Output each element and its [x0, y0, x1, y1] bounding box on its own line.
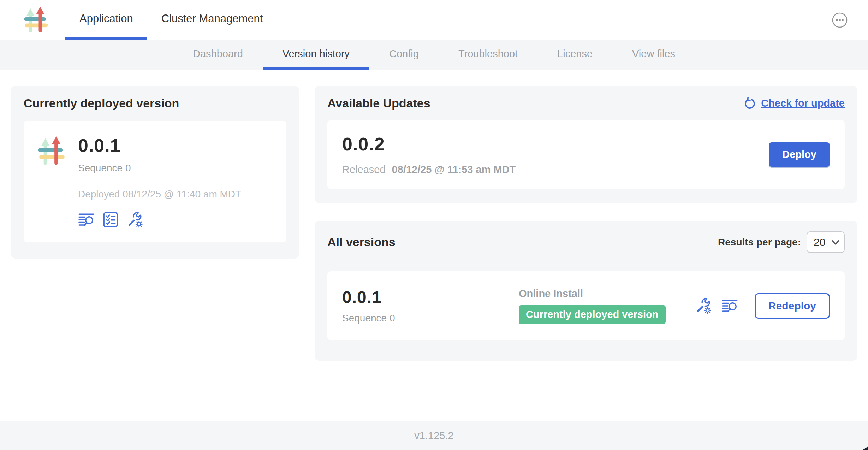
tab-application[interactable]: Application: [65, 0, 147, 40]
header-tabs: Application Cluster Management: [65, 0, 277, 40]
app-logo-arrows-icon: [22, 5, 50, 35]
available-update-row: 0.0.2 Released 08/12/25 @ 11:53 am MDT D…: [327, 120, 845, 189]
deployed-version-actions: [78, 211, 241, 228]
release-notes-icon[interactable]: [78, 211, 95, 228]
status-badge: Currently deployed version: [519, 305, 666, 324]
results-per-page-label: Results per page:: [718, 237, 801, 248]
release-notes-icon[interactable]: [721, 297, 738, 314]
edit-config-icon[interactable]: [126, 211, 143, 228]
subnav-item-version-history[interactable]: Version history: [263, 40, 369, 70]
subnav-item-license[interactable]: License: [537, 40, 612, 70]
update-released-line: Released 08/12/25 @ 11:53 am MDT: [342, 164, 516, 176]
all-versions-title: All versions: [327, 235, 396, 249]
subnav-view-files-label: View files: [632, 48, 675, 60]
console-footer: v1.125.2: [0, 421, 868, 450]
deployed-sequence: Sequence 0: [78, 162, 241, 174]
row-actions: Redeploy: [695, 293, 830, 319]
subnav-license-label: License: [557, 48, 593, 60]
version-row: 0.0.1 Sequence 0 Online Install Currentl…: [327, 271, 845, 340]
ellipsis-circle-icon: [831, 12, 848, 29]
console-version: v1.125.2: [414, 430, 453, 442]
install-type-label: Online Install: [519, 288, 695, 300]
check-for-update-label: Check for update: [761, 97, 845, 109]
redeploy-button[interactable]: Redeploy: [755, 293, 830, 319]
currently-deployed-card: Currently deployed version 0.0.1 Sequenc…: [11, 86, 299, 259]
header-spacer: [277, 0, 831, 40]
subnav-item-view-files[interactable]: View files: [612, 40, 695, 70]
update-details: 0.0.2 Released 08/12/25 @ 11:53 am MDT: [342, 134, 516, 176]
results-per-page-select[interactable]: 20: [807, 231, 845, 253]
main-content: Currently deployed version 0.0.1 Sequenc…: [0, 70, 868, 421]
available-updates-card: Available Updates Check for update 0.0.2…: [315, 86, 857, 203]
row-version-number: 0.0.1: [342, 288, 519, 307]
app-icon: [36, 135, 67, 169]
deployed-timestamp: Deployed 08/12/25 @ 11:40 am MDT: [78, 189, 241, 200]
update-version-number: 0.0.2: [342, 134, 516, 155]
released-label: Released: [342, 164, 386, 175]
window-corner-mark: [862, 446, 868, 450]
available-updates-title: Available Updates: [327, 96, 430, 110]
app-logo: [22, 0, 50, 40]
results-per-page: Results per page: 20: [718, 231, 845, 253]
tab-cluster-management-label: Cluster Management: [161, 12, 263, 25]
subnav-dashboard-label: Dashboard: [193, 48, 243, 60]
subnav-item-troubleshoot[interactable]: Troubleshoot: [439, 40, 537, 70]
app-header: Application Cluster Management: [0, 0, 868, 40]
currently-deployed-title: Currently deployed version: [24, 96, 286, 110]
subnav-item-config[interactable]: Config: [369, 40, 439, 70]
subnav-version-history-label: Version history: [283, 48, 350, 60]
row-status: Online Install Currently deployed versio…: [519, 288, 695, 324]
app-subnav: Dashboard Version history Config Trouble…: [0, 40, 868, 70]
deployed-version-details: 0.0.1 Sequence 0 Deployed 08/12/25 @ 11:…: [78, 135, 241, 228]
currently-deployed-version-panel: 0.0.1 Sequence 0 Deployed 08/12/25 @ 11:…: [24, 121, 286, 242]
refresh-icon: [743, 97, 756, 110]
subnav-config-label: Config: [389, 48, 419, 60]
row-version-details: 0.0.1 Sequence 0: [342, 288, 519, 324]
tab-application-label: Application: [79, 12, 133, 25]
check-for-update-link[interactable]: Check for update: [743, 97, 845, 110]
edit-config-icon[interactable]: [695, 297, 712, 314]
tab-cluster-management[interactable]: Cluster Management: [147, 0, 277, 40]
preflight-checks-icon[interactable]: [102, 211, 119, 228]
deploy-button[interactable]: Deploy: [769, 142, 830, 167]
released-timestamp: 08/12/25 @ 11:53 am MDT: [392, 164, 516, 175]
all-versions-card: All versions Results per page: 20 0: [315, 221, 857, 361]
overflow-menu-button[interactable]: [831, 12, 848, 29]
subnav-item-dashboard[interactable]: Dashboard: [173, 40, 263, 70]
right-column: Available Updates Check for update 0.0.2…: [315, 86, 857, 361]
deployed-version-number: 0.0.1: [78, 135, 241, 156]
app-logo-arrows-icon: [36, 135, 67, 167]
subnav-troubleshoot-label: Troubleshoot: [458, 48, 518, 60]
row-sequence: Sequence 0: [342, 313, 519, 324]
